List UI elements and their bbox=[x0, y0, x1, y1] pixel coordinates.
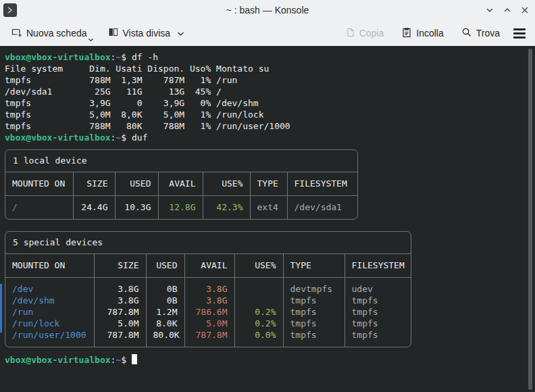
search-icon bbox=[461, 27, 472, 40]
table-row: /dev 3.8G 0B 3.8G devtmpfs udev bbox=[5, 278, 411, 295]
column-header: USE% bbox=[203, 172, 250, 196]
table-cell: 5.0M bbox=[184, 318, 234, 329]
toolbar: Nuova scheda Vista divisa Copia bbox=[0, 20, 535, 46]
table-cell: tmpfs bbox=[283, 318, 345, 329]
duf-special-devices-table: 5 special devices MOUNTED ON SIZE USED A… bbox=[5, 231, 411, 347]
table-cell: /dev/shm bbox=[5, 295, 94, 306]
table-cell: tmpfs bbox=[283, 329, 345, 347]
table-cell: tmpfs bbox=[345, 295, 411, 306]
df-output-row: tmpfs 788M 80K 788M 1% /run/user/1000 bbox=[5, 120, 530, 132]
table-row: /run/user/1000 787.8M 80.0K 787.8M 0.0% … bbox=[5, 329, 411, 347]
prompt-line: vbox@vbox-virtualbox:~$duf bbox=[5, 132, 530, 143]
df-output-row: tmpfs 5,0M 8,0K 5,0M 1% /run/lock bbox=[5, 109, 530, 120]
table-cell: 24.4G bbox=[73, 196, 115, 220]
table-cell: 787.8M bbox=[94, 306, 146, 318]
table-cell: 3.8G bbox=[94, 278, 146, 295]
table-cell: / bbox=[5, 196, 73, 220]
split-view-label: Vista divisa bbox=[123, 28, 171, 39]
duf-local-devices-table: 1 local device MOUNTED ON SIZE USED AVAI… bbox=[5, 149, 358, 220]
split-view-caret-icon bbox=[177, 28, 184, 39]
table-header-row: MOUNTED ON SIZE USED AVAIL USE% TYPE FIL… bbox=[5, 172, 358, 196]
table-cell: 787.8M bbox=[184, 329, 234, 347]
minimize-button[interactable] bbox=[484, 4, 496, 16]
df-output-row: /dev/sda1 25G 11G 13G 45% / bbox=[5, 86, 530, 97]
column-header: SIZE bbox=[73, 172, 115, 196]
command-df: df -h bbox=[132, 52, 158, 62]
prompt-user: vbox@vbox-virtualbox bbox=[5, 355, 111, 365]
close-button[interactable] bbox=[519, 4, 531, 16]
table-cell: 0.0% bbox=[234, 329, 283, 347]
copy-icon bbox=[345, 27, 355, 40]
new-tab-icon bbox=[11, 26, 22, 40]
column-header: AVAIL bbox=[184, 254, 234, 278]
paste-label: Incolla bbox=[416, 28, 443, 39]
table-cell: devtmpfs bbox=[283, 278, 345, 295]
prompt-symbol: $ bbox=[121, 132, 126, 143]
column-header: TYPE bbox=[283, 254, 345, 278]
table-cell: 1.2M bbox=[146, 306, 184, 318]
table-cell: /dev bbox=[5, 278, 94, 295]
table-cell: udev bbox=[345, 278, 411, 295]
prompt-user: vbox@vbox-virtualbox bbox=[5, 52, 111, 62]
table-cell: tmpfs bbox=[283, 295, 345, 306]
split-view-icon bbox=[107, 26, 119, 40]
table-cell: 787.8M bbox=[94, 329, 146, 347]
column-header: FILESYSTEM bbox=[345, 254, 411, 278]
column-header: USED bbox=[146, 254, 184, 278]
copy-label: Copia bbox=[359, 28, 384, 39]
find-button[interactable]: Trova bbox=[456, 23, 505, 44]
new-tab-button[interactable]: Nuova scheda bbox=[5, 22, 93, 44]
prompt-symbol: $ bbox=[121, 355, 126, 365]
table-cell: 10.3G bbox=[115, 196, 158, 220]
prompt-symbol: $ bbox=[121, 52, 126, 62]
konsole-window: ~ : bash — Konsole Nuova scheda bbox=[0, 0, 535, 392]
table-cell: 3.8G bbox=[184, 278, 234, 295]
titlebar[interactable]: ~ : bash — Konsole bbox=[0, 0, 535, 20]
column-header: MOUNTED ON bbox=[5, 172, 73, 196]
table-cell: /run bbox=[5, 306, 94, 318]
table-cell: 786.6M bbox=[184, 306, 234, 318]
new-tab-caret-icon bbox=[88, 33, 94, 44]
table-title: 1 local device bbox=[5, 150, 357, 172]
df-output-row: tmpfs 3,9G 0 3,9G 0% /dev/shm bbox=[5, 97, 530, 109]
table-cell: 5.0M bbox=[94, 318, 146, 329]
table-header-row: MOUNTED ON SIZE USED AVAIL USE% TYPE FIL… bbox=[5, 254, 411, 278]
prompt-user: vbox@vbox-virtualbox bbox=[5, 132, 111, 143]
table-cell bbox=[234, 295, 283, 306]
table-cell: /dev/sda1 bbox=[287, 196, 358, 220]
table-cell: /run/lock bbox=[5, 318, 94, 329]
table-cell: 0B bbox=[146, 295, 184, 306]
scroll-activity-indicator bbox=[0, 284, 2, 333]
paste-button[interactable]: Incolla bbox=[396, 23, 449, 44]
scrollbar-thumb[interactable] bbox=[528, 49, 532, 390]
column-header: MOUNTED ON bbox=[5, 254, 94, 278]
table-cell: ext4 bbox=[250, 196, 287, 220]
table-row: / 24.4G 10.3G 12.8G 42.3% ext4 /dev/sda1 bbox=[5, 196, 358, 220]
new-tab-label: Nuova scheda bbox=[26, 28, 87, 39]
table-cell: 42.3% bbox=[203, 196, 250, 220]
column-header: USED bbox=[115, 172, 158, 196]
table-cell: 3.8G bbox=[94, 295, 146, 306]
menu-button[interactable] bbox=[509, 24, 530, 43]
table-cell: tmpfs bbox=[345, 329, 411, 347]
window-title: ~ : bash — Konsole bbox=[0, 5, 535, 16]
table-cell: 80.0K bbox=[146, 329, 184, 347]
table-cell bbox=[234, 278, 283, 295]
split-view-button[interactable]: Vista divisa bbox=[102, 22, 190, 44]
table-cell: 0B bbox=[146, 278, 184, 295]
maximize-button[interactable] bbox=[501, 4, 513, 16]
column-header: USE% bbox=[234, 254, 283, 278]
table-cell: 12.8G bbox=[158, 196, 203, 220]
table-title: 5 special devices bbox=[5, 232, 411, 254]
prompt-line: vbox@vbox-virtualbox:~$df -h bbox=[5, 51, 530, 63]
terminal-view[interactable]: vbox@vbox-virtualbox:~$df -h File system… bbox=[0, 46, 535, 392]
prompt-line: vbox@vbox-virtualbox:~$ bbox=[5, 354, 530, 366]
table-cell: 0.2% bbox=[234, 318, 283, 329]
table-cell: 8.0K bbox=[146, 318, 184, 329]
paste-icon bbox=[401, 27, 412, 40]
copy-button[interactable]: Copia bbox=[339, 23, 390, 44]
command-duf: duf bbox=[132, 132, 147, 143]
find-label: Trova bbox=[476, 28, 500, 39]
table-cell: tmpfs bbox=[283, 306, 345, 318]
table-cell: 3.8G bbox=[184, 295, 234, 306]
